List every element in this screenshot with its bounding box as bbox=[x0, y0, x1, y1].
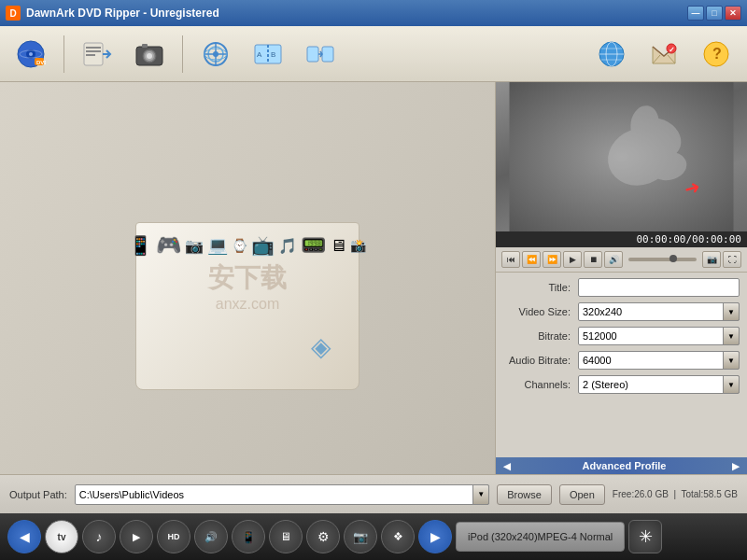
volume-button[interactable]: 🔊 bbox=[604, 251, 623, 268]
stop-button[interactable]: ⏹ bbox=[584, 251, 602, 268]
snapshot-ctrl-button[interactable]: 📷 bbox=[702, 251, 721, 268]
minimize-button[interactable]: — bbox=[687, 6, 704, 21]
output-path-select[interactable]: C:\Users\Public\Videos bbox=[75, 484, 489, 505]
svg-point-13 bbox=[147, 53, 152, 59]
bitrate-label: Bitrate: bbox=[503, 330, 578, 342]
gear-button[interactable]: ⚙ bbox=[306, 520, 340, 553]
appletv-button[interactable]: tv bbox=[45, 520, 78, 553]
screen-button[interactable]: 🖥 bbox=[269, 520, 303, 553]
channels-select[interactable]: 1 (Mono) 2 (Stereo) bbox=[578, 375, 740, 394]
title-bar: D DawnArk DVD Ripper - Unregistered — □ … bbox=[0, 0, 747, 26]
audio-bitrate-select[interactable]: 64000 128000 192000 bbox=[578, 351, 740, 370]
audio-bitrate-label: Audio Bitrate: bbox=[503, 355, 578, 366]
playback-controls: ⏮ ⏪ ⏩ ▶ ⏹ 🔊 📷 ⛶ bbox=[496, 247, 747, 273]
svg-text:A: A bbox=[257, 50, 262, 59]
svg-rect-25 bbox=[307, 47, 318, 62]
svg-point-20 bbox=[213, 51, 218, 57]
star-icon: ✳ bbox=[639, 526, 653, 547]
window-title: DawnArk DVD Ripper - Unregistered bbox=[26, 7, 687, 20]
play-button[interactable]: ▶ bbox=[563, 251, 582, 268]
forward-button[interactable]: ▶ bbox=[418, 520, 452, 553]
logo-box: 📱 🎮 📷 💻 ⌚ 📺 🎵 📟 🖥 📸 安下载 anxz.com ◈ bbox=[107, 147, 388, 409]
disk-free: Free:26.0 GB bbox=[613, 489, 669, 499]
audio-bitrate-row: Audio Bitrate: 64000 128000 192000 ▼ bbox=[503, 351, 740, 370]
time-value: 00:00:00/00:00:00 bbox=[636, 233, 741, 245]
disk-total: Total:58.5 GB bbox=[681, 489, 738, 499]
toolbar: DVD bbox=[0, 26, 747, 82]
effect-icon bbox=[201, 39, 231, 69]
title-row: Title: bbox=[503, 278, 740, 297]
apps-button[interactable]: ❖ bbox=[381, 520, 415, 553]
channels-select-wrapper: 1 (Mono) 2 (Stereo) ▼ bbox=[578, 375, 740, 394]
bitrate-select[interactable]: 512000 1024000 2048000 bbox=[578, 327, 740, 345]
close-button[interactable]: ✕ bbox=[725, 6, 741, 21]
svg-rect-9 bbox=[86, 54, 95, 56]
website-icon bbox=[597, 39, 627, 69]
prev-frame-button[interactable]: ⏮ bbox=[501, 251, 520, 268]
hd-button[interactable]: HD bbox=[157, 520, 190, 553]
fast-forward-button[interactable]: ⏩ bbox=[543, 251, 561, 268]
open-dvd-button[interactable]: DVD bbox=[7, 31, 54, 77]
merge-button[interactable] bbox=[297, 31, 344, 77]
svg-rect-8 bbox=[86, 50, 101, 52]
convert-button[interactable] bbox=[74, 31, 120, 77]
website-button[interactable] bbox=[588, 31, 635, 77]
profile-indicator: iPod (320x240)MPEG-4 Normal bbox=[456, 522, 625, 552]
svg-rect-7 bbox=[86, 47, 101, 49]
channels-row: Channels: 1 (Mono) 2 (Stereo) ▼ bbox=[503, 375, 740, 394]
convert-icon bbox=[82, 39, 112, 69]
right-panel: ➜ 00:00:00/00:00:00 ⏮ ⏪ ⏩ ▶ ⏹ 🔊 📷 ⛶ Titl… bbox=[495, 82, 747, 474]
help-icon: ? bbox=[701, 39, 731, 69]
volume-slider[interactable] bbox=[628, 258, 697, 261]
fullscreen-button[interactable]: ⛶ bbox=[723, 251, 741, 268]
taskbar-strip: ◀ tv ♪ ▶ HD 🔊 📱 🖥 ⚙ 📷 ❖ ▶ iPod (320x240)… bbox=[0, 513, 747, 560]
video-size-select[interactable]: 320x240 640x480 720x480 1280x720 bbox=[578, 302, 740, 321]
disk-info: Free:26.0 GB | Total:58.5 GB bbox=[613, 489, 738, 499]
preview-content: ➜ bbox=[496, 82, 747, 231]
camera-button[interactable]: 📷 bbox=[344, 520, 377, 553]
help-button[interactable]: ? bbox=[693, 31, 740, 77]
advanced-profile-label: Advanced Profile bbox=[516, 460, 732, 471]
svg-text:B: B bbox=[271, 50, 275, 59]
phone-button[interactable]: 📱 bbox=[232, 520, 265, 553]
maximize-button[interactable]: □ bbox=[706, 6, 723, 21]
open-button[interactable]: Open bbox=[559, 484, 605, 505]
browse-button[interactable]: Browse bbox=[497, 484, 552, 505]
snapshot-icon bbox=[134, 39, 164, 69]
toolbar-sep-2 bbox=[182, 35, 183, 73]
split-button[interactable]: A B bbox=[245, 31, 291, 77]
star-button[interactable]: ✳ bbox=[628, 520, 662, 553]
diamond-logo: ◈ bbox=[311, 331, 331, 362]
video-button[interactable]: ▶ bbox=[120, 520, 153, 553]
video-size-select-wrapper: 320x240 640x480 720x480 1280x720 ▼ bbox=[578, 302, 740, 321]
video-size-row: Video Size: 320x240 640x480 720x480 1280… bbox=[503, 302, 740, 321]
bottom-bar: Output Path: C:\Users\Public\Videos ▼ Br… bbox=[0, 474, 747, 513]
open-dvd-icon: DVD bbox=[16, 39, 46, 69]
snapshot-button[interactable] bbox=[126, 31, 173, 77]
bitrate-row: Bitrate: 512000 1024000 2048000 ▼ bbox=[503, 327, 740, 345]
speaker-button[interactable]: 🔊 bbox=[194, 520, 228, 553]
app-icon: D bbox=[6, 6, 21, 21]
register-button[interactable]: ✓ bbox=[641, 31, 687, 77]
channels-label: Channels: bbox=[503, 379, 578, 390]
register-icon: ✓ bbox=[649, 39, 679, 69]
output-path-wrapper: C:\Users\Public\Videos ▼ bbox=[75, 484, 489, 505]
effect-button[interactable] bbox=[192, 31, 239, 77]
music-button[interactable]: ♪ bbox=[82, 520, 116, 553]
profile-label: iPod (320x240)MPEG-4 Normal bbox=[468, 531, 613, 542]
toolbar-sep-1 bbox=[63, 35, 64, 73]
title-input[interactable] bbox=[578, 278, 740, 297]
output-path-label: Output Path: bbox=[9, 489, 67, 500]
advanced-profile-bar[interactable]: ◀ Advanced Profile ▶ bbox=[496, 457, 747, 474]
properties-panel: Title: Video Size: 320x240 640x480 720x4… bbox=[496, 273, 747, 457]
window-controls: — □ ✕ bbox=[687, 6, 741, 21]
audio-bitrate-select-wrapper: 64000 128000 192000 ▼ bbox=[578, 351, 740, 370]
video-preview: ➜ bbox=[496, 82, 747, 231]
video-size-label: Video Size: bbox=[503, 306, 578, 317]
svg-rect-14 bbox=[142, 44, 148, 48]
prev-button[interactable]: ⏪ bbox=[522, 251, 541, 268]
back-button[interactable]: ◀ bbox=[7, 520, 41, 553]
advanced-profile-left-arrow: ◀ bbox=[503, 461, 511, 471]
split-icon: A B bbox=[253, 39, 283, 69]
main-area: 📱 🎮 📷 💻 ⌚ 📺 🎵 📟 🖥 📸 安下载 anxz.com ◈ bbox=[0, 82, 747, 474]
